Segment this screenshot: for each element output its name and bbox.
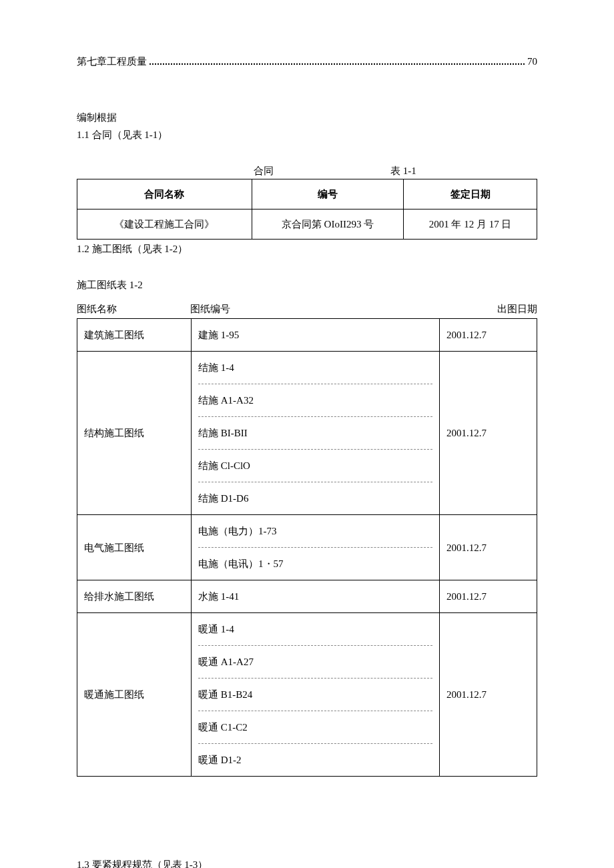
table-row: 暖通施工图纸暖通 1-4暖通 A1-A27暖通 B1-B24暖通 C1-C2暖通… (77, 613, 537, 777)
td-drawing-numbers: 水施 1-41 (192, 580, 440, 613)
table2-header-row: 图纸名称 图纸编号 出图日期 (77, 301, 537, 317)
table1-caption-right: 表 1-1 (337, 163, 537, 179)
drawing-number-item: 结施 D1-D6 (198, 482, 432, 514)
td-name: 《建设工程施工合同》 (77, 209, 252, 240)
table1-caption-left: 合同 (77, 163, 337, 179)
td-date: 2001 年 12 月 17 日 (404, 209, 537, 240)
section-1-2: 1.2 施工图纸（见表 1-2） (77, 241, 537, 257)
td-drawing-date: 2001.12.7 (440, 319, 537, 352)
table-row: 《建设工程施工合同》 京合同第 OIoII293 号 2001 年 12 月 1… (77, 209, 537, 240)
td-drawing-name: 建筑施工图纸 (77, 319, 192, 352)
th-name: 合同名称 (77, 179, 252, 209)
table2-caption: 施工图纸表 1-2 (77, 277, 537, 293)
th-number: 编号 (252, 179, 403, 209)
drawing-number-item: 结施 BI-BII (198, 417, 432, 450)
drawings-table: 建筑施工图纸建施 1-952001.12.7结构施工图纸结施 1-4结施 A1-… (77, 318, 537, 777)
table-row: 结构施工图纸结施 1-4结施 A1-A32结施 BI-BII结施 Cl-ClO结… (77, 352, 537, 515)
drawing-number-item: 暖通 B1-B24 (198, 679, 432, 711)
drawing-number-item: 暖通 1-4 (198, 613, 432, 646)
table-row: 给排水施工图纸水施 1-412001.12.7 (77, 580, 537, 613)
td-drawing-numbers: 暖通 1-4暖通 A1-A27暖通 B1-B24暖通 C1-C2暖通 D1-2 (192, 613, 440, 777)
toc-page: 70 (527, 53, 537, 69)
table1-caption: 合同 表 1-1 (77, 163, 537, 179)
th2-number: 图纸编号 (177, 301, 424, 317)
table-row: 建筑施工图纸建施 1-952001.12.7 (77, 319, 537, 352)
toc-entry: 第七章工程质量 70 (77, 53, 537, 69)
drawing-number-item: 暖通 A1-A27 (198, 646, 432, 679)
toc-title: 第七章工程质量 (77, 53, 147, 69)
th-date: 签定日期 (404, 179, 537, 209)
section-1-3: 1.3 要紧规程规范（见表 1-3） (77, 857, 537, 868)
drawing-number-item: 结施 1-4 (198, 352, 432, 384)
drawing-number-item: 电施（电力）1-73 (198, 515, 432, 548)
td-drawing-numbers: 建施 1-95 (192, 319, 440, 352)
section-1-1: 1.1 合同（见表 1-1） (77, 127, 537, 143)
td-drawing-name: 暖通施工图纸 (77, 613, 192, 777)
drawing-number-item: 电施（电讯）1・57 (198, 548, 432, 580)
th2-date: 出图日期 (424, 301, 537, 317)
td-drawing-numbers: 电施（电力）1-73电施（电讯）1・57 (192, 515, 440, 580)
td-number: 京合同第 OIoII293 号 (252, 209, 403, 240)
td-drawing-date: 2001.12.7 (440, 613, 537, 777)
drawing-number-item: 暖通 D1-2 (198, 744, 432, 776)
td-drawing-name: 电气施工图纸 (77, 515, 192, 580)
drawing-number-item: 结施 A1-A32 (198, 384, 432, 417)
drawing-number-item: 暖通 C1-C2 (198, 711, 432, 744)
contract-table: 合同名称 编号 签定日期 《建设工程施工合同》 京合同第 OIoII293 号 … (77, 179, 537, 240)
th2-name: 图纸名称 (77, 301, 177, 317)
drawing-number-item: 结施 Cl-ClO (198, 450, 432, 482)
table-row: 电气施工图纸电施（电力）1-73电施（电讯）1・572001.12.7 (77, 515, 537, 580)
section-basis-heading: 编制根据 (77, 109, 537, 125)
toc-dots (149, 55, 525, 65)
td-drawing-date: 2001.12.7 (440, 352, 537, 515)
table-header-row: 合同名称 编号 签定日期 (77, 179, 537, 209)
td-drawing-date: 2001.12.7 (440, 580, 537, 613)
td-drawing-numbers: 结施 1-4结施 A1-A32结施 BI-BII结施 Cl-ClO结施 D1-D… (192, 352, 440, 515)
td-drawing-name: 结构施工图纸 (77, 352, 192, 515)
td-drawing-name: 给排水施工图纸 (77, 580, 192, 613)
td-drawing-date: 2001.12.7 (440, 515, 537, 580)
